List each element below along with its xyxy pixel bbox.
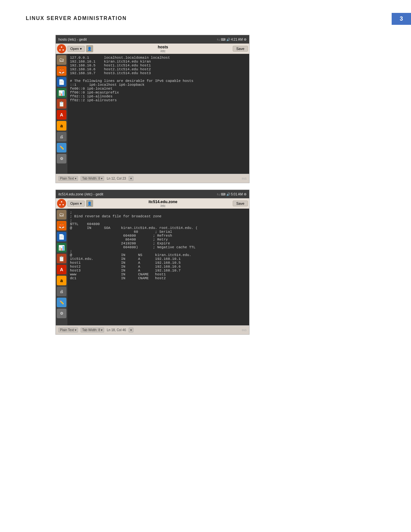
sidebar-presentation-2[interactable]: 📋 (57, 254, 66, 263)
sidebar-doc-2[interactable]: 📄 (57, 232, 66, 241)
sidebar-presentation-1[interactable]: 📋 (57, 99, 66, 109)
svg-point-5 (61, 201, 62, 202)
open-button-2[interactable]: Open ▾ (67, 201, 85, 207)
person-icon-2[interactable]: 👤 (86, 200, 93, 207)
sidebar-spreadsheet-1[interactable]: 📊 (57, 88, 66, 98)
ubuntu-logo-2[interactable] (57, 199, 66, 208)
mode-status-1[interactable]: ▾ (129, 176, 133, 181)
save-button-1[interactable]: Save (233, 46, 248, 52)
position-status-1: Ln 12, Col 23 (107, 177, 126, 180)
mode-dropdown-1[interactable]: ▾ (129, 176, 133, 181)
plain-text-status-1[interactable]: Plain Text ▾ (58, 176, 78, 181)
plain-text-dropdown-1[interactable]: Plain Text ▾ (58, 176, 78, 181)
title-bar-1: hosts (/etc) - gedit ↑↓ ⌨ 🔊 4:21 AM ⚙ (56, 35, 249, 44)
position-status-2: Ln 18, Col 46 (107, 328, 126, 332)
title-bar-icons-2: ↑↓ ⌨ 🔊 5:01 AM ⚙ (217, 192, 247, 196)
file-title-1: hosts /etc (94, 45, 231, 53)
svg-point-1 (61, 46, 62, 48)
sidebar-firefox-2[interactable]: 🦊 (57, 221, 66, 231)
position-label-2: Ln 18, Col 46 (107, 328, 126, 332)
tab-width-status-1[interactable]: Tab Width: 8 ▾ (81, 176, 104, 181)
file-title-2: itc514.edu.zone /etc (94, 200, 231, 208)
title-bar-right-1: ↑↓ ⌨ 🔊 4:21 AM ⚙ (217, 38, 247, 41)
sidebar-files-1[interactable]: 🗂 (57, 55, 66, 65)
window-title-2: itc514.edu.zone (/etc) - gedit (58, 192, 103, 196)
sidebar-font-2[interactable]: A (57, 265, 66, 274)
ins-label-2: INS (242, 329, 247, 332)
mode-status-2[interactable]: ▾ (129, 328, 133, 332)
sidebar-writer-2[interactable]: ✏️ (57, 298, 66, 307)
tab-width-status-2[interactable]: Tab Width: 8 ▾ (81, 328, 104, 332)
title-bar-left-1: hosts (/etc) - gedit (58, 37, 87, 41)
svg-point-7 (59, 204, 61, 205)
sidebar-files-2[interactable]: 🗂 (57, 210, 66, 220)
tab-width-dropdown-2[interactable]: Tab Width: 8 ▾ (81, 328, 104, 332)
sidebar-amazon-1[interactable]: a (57, 121, 66, 131)
plain-text-status-2[interactable]: Plain Text ▾ (58, 328, 78, 332)
svg-point-3 (59, 49, 61, 51)
sidebar-settings-1[interactable]: ⚙ (57, 154, 66, 163)
sidebar-amazon-2[interactable]: a (57, 276, 66, 285)
sidebar-writer-1[interactable]: ✏️ (57, 143, 66, 153)
sidebar-firefox-1[interactable]: 🦊 (57, 66, 66, 76)
sidebar-doc-1[interactable]: 📄 (57, 77, 66, 87)
person-icon-1[interactable]: 👤 (86, 45, 93, 52)
sidebar-settings-2[interactable]: ⚙ (57, 309, 66, 318)
sidebar-scanner-1[interactable]: 🖨 (57, 132, 66, 142)
plain-text-dropdown-2[interactable]: Plain Text ▾ (58, 328, 78, 332)
ubuntu-logo-1[interactable] (57, 44, 66, 53)
status-bar-2: Plain Text ▾ Tab Width: 8 ▾ Ln 18, Col 4… (56, 325, 249, 334)
sidebar-spreadsheet-2[interactable]: 📊 (57, 243, 66, 252)
svg-point-2 (63, 49, 64, 51)
svg-point-6 (63, 204, 64, 205)
sidebar-2: 🗂 🦊 📄 📊 📋 A a 🖨 ✏️ ⚙ (56, 209, 67, 325)
title-bar-right-2: ↑↓ ⌨ 🔊 5:01 AM ⚙ (217, 192, 247, 196)
content-area-1[interactable]: 127.0.0.1 localhost.localdomain localhos… (67, 54, 249, 174)
menu-bar-1: Open ▾ 👤 hosts /etc Save (56, 44, 249, 54)
title-bar-icons-1: ↑↓ ⌨ 🔊 4:21 AM ⚙ (217, 38, 247, 41)
title-bar-2: itc514.edu.zone (/etc) - gedit ↑↓ ⌨ 🔊 5:… (56, 190, 249, 198)
save-button-2[interactable]: Save (233, 201, 248, 206)
window-title-1: hosts (/etc) - gedit (58, 37, 87, 41)
tab-width-dropdown-1[interactable]: Tab Width: 8 ▾ (81, 176, 104, 181)
title-bar-left-2: itc514.edu.zone (/etc) - gedit (58, 192, 103, 196)
status-bar-1: Plain Text ▾ Tab Width: 8 ▾ Ln 12, Col 2… (56, 174, 249, 183)
sidebar-1: 🗂 🦊 📄 📊 📋 A a 🖨 ✏️ ⚙ (56, 54, 67, 174)
ins-label-1: INS (242, 177, 247, 180)
open-button-1[interactable]: Open ▾ (67, 46, 85, 52)
menu-bar-2: Open ▾ 👤 itc514.edu.zone /etc Save (56, 198, 249, 209)
page-number: 3 (392, 13, 411, 25)
mode-dropdown-2[interactable]: ▾ (129, 328, 133, 332)
screenshot-zone: itc514.edu.zone (/etc) - gedit ↑↓ ⌨ 🔊 5:… (55, 190, 250, 335)
screenshot-hosts: hosts (/etc) - gedit ↑↓ ⌨ 🔊 4:21 AM ⚙ Op… (55, 35, 250, 183)
position-label-1: Ln 12, Col 23 (107, 177, 126, 180)
sidebar-scanner-2[interactable]: 🖨 (57, 287, 66, 296)
content-area-2[interactable]: ; ; Bind reverse data file for broadcast… (67, 209, 249, 325)
page-title: LINUX SERVER ADMINISTRATION (26, 15, 127, 21)
sidebar-font-1[interactable]: A (57, 110, 66, 120)
